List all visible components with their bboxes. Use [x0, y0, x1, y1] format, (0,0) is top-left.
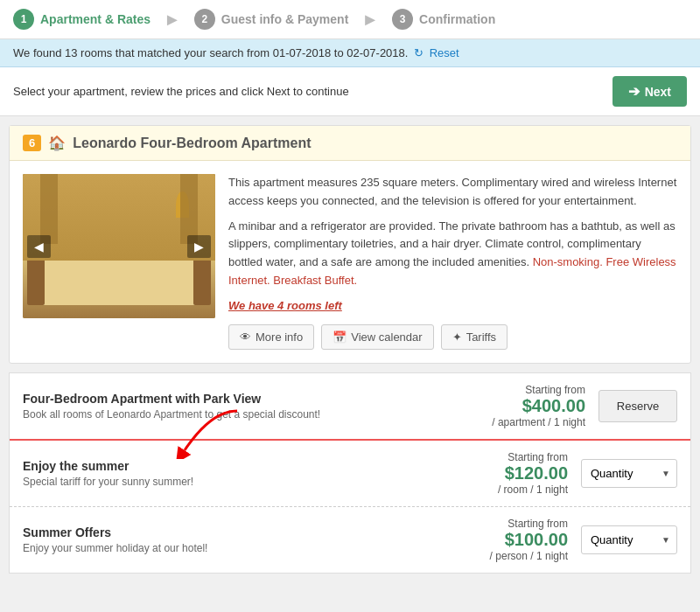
next-label: Next: [645, 85, 671, 99]
reset-icon: ↻: [414, 46, 424, 59]
rate-from-summer-offers: Starting from: [454, 518, 568, 530]
apt-body: ◀ ▶ This apartment measures 235 square m…: [10, 161, 690, 363]
rate-per-summer-offers: / person / 1 night: [454, 550, 568, 562]
rate-from-summer: Starting from: [454, 451, 568, 463]
rate-from-park-view: Starting from: [472, 384, 585, 396]
apt-image: ◀ ▶: [23, 174, 215, 318]
apt-description: This apartment measures 235 square meter…: [228, 174, 677, 350]
next-arrow-icon: ➔: [628, 83, 640, 100]
apt-desc-2: A minibar and a refrigerator are provide…: [228, 218, 677, 290]
rate-price-park-view: Starting from $400.00 / apartment / 1 ni…: [472, 384, 585, 428]
more-info-button[interactable]: 👁 More info: [228, 324, 314, 350]
reserve-button[interactable]: Reserve: [598, 390, 677, 422]
apt-image-wrap: ◀ ▶: [23, 174, 215, 350]
apt-action-buttons: 👁 More info 📅 View calendar ✦ Tariffs: [228, 324, 677, 350]
instruction-text: Select your apartment, review the prices…: [13, 85, 349, 98]
rates-container: Four-Bedroom Apartment with Park View Bo…: [9, 372, 691, 574]
apt-title: Leonardo Four-Bedroom Apartment: [73, 136, 311, 151]
reset-link[interactable]: Reset: [430, 46, 459, 59]
quantity-select-summer-offers[interactable]: Quantity 1 2 3: [581, 525, 677, 554]
step-3-label: Confirmation: [419, 12, 495, 26]
rate-name-summer: Enjoy the summer: [23, 459, 454, 473]
image-next-button[interactable]: ▶: [187, 235, 211, 258]
rate-per-park-view: / apartment / 1 night: [472, 416, 585, 428]
step-3[interactable]: 3 Confirmation: [392, 9, 495, 30]
tariffs-label: Tariffs: [466, 330, 496, 344]
rate-desc-summer: Special tariff for your sunny summer!: [23, 476, 454, 488]
search-result-bar: We found 13 rooms that matched your sear…: [0, 39, 700, 67]
rate-row-park-view: Four-Bedroom Apartment with Park View Bo…: [10, 373, 690, 441]
view-calendar-button[interactable]: 📅 View calendar: [321, 324, 433, 350]
quantity-select-wrap-1: Quantity 1 2 3 ▼: [581, 459, 677, 488]
rate-price-summer: Starting from $120.00 / room / 1 night: [454, 451, 568, 496]
step-arrow-1: ►: [164, 10, 181, 30]
rate-info-summer: Enjoy the summer Special tariff for your…: [23, 459, 454, 488]
apt-number-badge: 6: [23, 135, 41, 151]
apartment-icon: 🏠: [48, 135, 66, 151]
rate-row-summer-offers: Summer Offers Enjoy your summer holiday …: [10, 507, 690, 573]
rate-per-summer: / room / 1 night: [454, 483, 568, 496]
tariff-icon: ✦: [452, 330, 462, 344]
step-2-label: Guest info & Payment: [221, 12, 348, 26]
image-prev-button[interactable]: ◀: [27, 235, 51, 258]
rate-desc-summer-offers: Enjoy your summer holiday at our hotel!: [23, 542, 454, 554]
step-1[interactable]: 1 Apartment & Rates: [13, 9, 150, 30]
quantity-select-summer[interactable]: Quantity 1 2 3: [581, 459, 677, 488]
rate-price-summer-offers: Starting from $100.00 / person / 1 night: [454, 518, 568, 562]
apartment-card: 6 🏠 Leonardo Four-Bedroom Apartment: [9, 125, 691, 364]
rate-info-summer-offers: Summer Offers Enjoy your summer holiday …: [23, 525, 454, 554]
step-1-label: Apartment & Rates: [40, 12, 150, 26]
step-2[interactable]: 2 Guest info & Payment: [194, 9, 348, 30]
rate-name-park-view: Four-Bedroom Apartment with Park View: [23, 392, 472, 406]
more-info-label: More info: [256, 330, 303, 344]
instruction-bar: Select your apartment, review the prices…: [0, 67, 700, 116]
quantity-select-wrap-2: Quantity 1 2 3 ▼: [581, 525, 677, 554]
rate-name-summer-offers: Summer Offers: [23, 525, 454, 539]
calendar-icon: 📅: [332, 330, 346, 344]
rate-row-summer: Enjoy the summer Special tariff for your…: [10, 441, 690, 507]
step-2-num: 2: [194, 9, 215, 30]
apt-header: 6 🏠 Leonardo Four-Bedroom Apartment: [10, 126, 690, 161]
tariffs-button[interactable]: ✦ Tariffs: [441, 324, 508, 350]
rate-price-value-summer: $120.00: [454, 463, 568, 483]
view-calendar-label: View calendar: [351, 330, 422, 344]
rooms-left: We have 4 rooms left: [228, 297, 677, 316]
search-result-text: We found 13 rooms that matched your sear…: [13, 46, 408, 59]
step-3-num: 3: [392, 9, 413, 30]
step-arrow-2: ►: [361, 10, 379, 30]
next-button[interactable]: ➔ Next: [612, 76, 687, 107]
stepper: 1 Apartment & Rates ► 2 Guest info & Pay…: [0, 0, 700, 39]
rate-info-park-view: Four-Bedroom Apartment with Park View Bo…: [23, 392, 472, 421]
red-arrow-annotation: [167, 407, 255, 459]
eye-icon: 👁: [240, 330, 251, 344]
apt-desc-1: This apartment measures 235 square meter…: [228, 174, 677, 211]
step-1-num: 1: [13, 9, 34, 30]
rate-price-value-park-view: $400.00: [472, 396, 585, 416]
rate-price-value-summer-offers: $100.00: [454, 530, 568, 550]
